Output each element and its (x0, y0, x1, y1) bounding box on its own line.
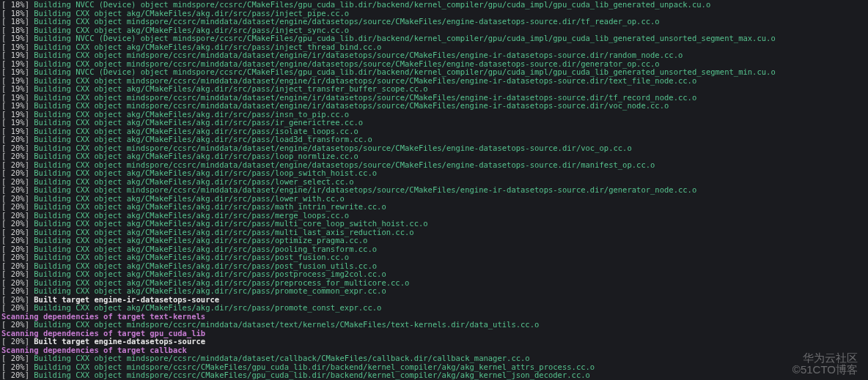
pct-value: 20% (11, 185, 25, 194)
build-text: Building CXX object akg/CMakeFiles/akg.d… (34, 278, 409, 287)
pct-value: 18% (11, 9, 25, 18)
pct-bracket-close: ] (25, 51, 34, 59)
pct-bracket-close: ] (25, 202, 34, 211)
pct-value: 20% (11, 362, 25, 371)
pct-bracket-close: ] (25, 9, 34, 18)
pct-bracket: [ (1, 118, 11, 127)
pct-bracket: [ (1, 303, 11, 312)
scan-text: Scanning dependencies of target text-ker… (1, 312, 205, 321)
pct-value: 20% (11, 303, 25, 312)
build-text: Building CXX object akg/CMakeFiles/akg.d… (34, 9, 349, 18)
pct-bracket-close: ] (25, 286, 34, 295)
pct-bracket-close: ] (25, 295, 34, 304)
pct-bracket-close: ] (25, 303, 34, 312)
build-text: Building CXX object akg/CMakeFiles/akg.d… (34, 236, 367, 245)
pct-bracket-close: ] (25, 168, 34, 177)
pct-bracket: [ (1, 59, 11, 68)
pct-value: 20% (11, 144, 25, 152)
pct-bracket-close: ] (25, 93, 34, 102)
pct-value: 18% (11, 26, 25, 34)
pct-bracket-close: ] (25, 253, 34, 261)
build-text: Building CXX object akg/CMakeFiles/akg.d… (34, 26, 349, 34)
pct-value: 20% (11, 177, 25, 186)
build-text: Building CXX object akg/CMakeFiles/akg.d… (34, 194, 345, 203)
build-text: Building CXX object akg/CMakeFiles/akg.d… (34, 84, 427, 93)
build-text: Building CXX object mindspore/ccsrc/mind… (34, 51, 683, 59)
pct-value: 20% (11, 337, 25, 346)
build-text: Building CXX object akg/CMakeFiles/akg.d… (34, 135, 372, 144)
pct-value: 19% (11, 59, 25, 68)
built-target-text: Built target engine-datasetops-source (34, 337, 205, 346)
pct-bracket-close: ] (25, 177, 34, 186)
pct-bracket: [ (1, 370, 11, 379)
pct-bracket: [ (1, 152, 11, 160)
pct-value: 19% (11, 67, 25, 76)
pct-value: 20% (11, 236, 25, 245)
pct-bracket-close: ] (25, 354, 34, 362)
build-text: Building CXX object mindspore/ccsrc/mind… (34, 320, 539, 329)
pct-value: 19% (11, 34, 25, 42)
pct-value: 20% (11, 269, 25, 278)
pct-bracket-close: ] (25, 185, 34, 194)
build-text: Building CXX object mindspore/ccsrc/mind… (34, 160, 655, 169)
pct-value: 19% (11, 51, 25, 59)
build-text: Building CXX object akg/CMakeFiles/akg.d… (34, 118, 363, 127)
pct-value: 19% (11, 101, 25, 110)
pct-bracket-close: ] (25, 362, 34, 371)
build-text: Building NVCC (Device) object mindspore/… (34, 0, 710, 9)
pct-value: 19% (11, 118, 25, 127)
built-target-text: Built target engine-ir-datasetops-source (34, 295, 219, 304)
pct-bracket: [ (1, 17, 11, 26)
pct-bracket-close: ] (25, 0, 34, 9)
pct-value: 19% (11, 76, 25, 85)
build-text: Building CXX object akg/CMakeFiles/akg.d… (34, 202, 386, 211)
build-text: Building CXX object akg/CMakeFiles/akg.d… (34, 261, 377, 270)
pct-bracket: [ (1, 236, 11, 245)
pct-value: 19% (11, 42, 25, 51)
build-text: Building CXX object akg/CMakeFiles/akg.d… (34, 168, 377, 177)
build-text: Building CXX object akg/CMakeFiles/akg.d… (34, 152, 358, 160)
pct-value: 20% (11, 168, 25, 177)
build-text: Building CXX object akg/CMakeFiles/akg.d… (34, 177, 353, 186)
pct-bracket: [ (1, 211, 11, 220)
pct-bracket: [ (1, 362, 11, 371)
pct-value: 20% (11, 370, 25, 379)
build-text: Building CXX object mindspore/ccsrc/mind… (34, 93, 696, 102)
build-text: Building NVCC (Device) object mindspore/… (34, 67, 775, 76)
pct-bracket: [ (1, 194, 11, 203)
pct-value: 19% (11, 84, 25, 93)
pct-bracket-close: ] (25, 42, 34, 51)
pct-bracket-close: ] (25, 152, 34, 160)
pct-bracket: [ (1, 185, 11, 194)
pct-bracket: [ (1, 320, 11, 329)
pct-bracket: [ (1, 34, 11, 42)
pct-bracket: [ (1, 261, 11, 270)
pct-bracket: [ (1, 160, 11, 169)
pct-bracket: [ (1, 144, 11, 152)
build-text: Building CXX object mindspore/ccsrc/mind… (34, 17, 659, 26)
pct-bracket: [ (1, 84, 11, 93)
pct-bracket: [ (1, 76, 11, 85)
pct-bracket: [ (1, 278, 11, 287)
pct-value: 20% (11, 152, 25, 160)
pct-bracket: [ (1, 101, 11, 110)
build-text: Building CXX object akg/CMakeFiles/akg.d… (34, 127, 358, 135)
pct-bracket-close: ] (25, 228, 34, 236)
pct-value: 20% (11, 320, 25, 329)
build-text: Building CXX object mindspore/ccsrc/mind… (34, 59, 659, 68)
pct-value: 20% (11, 261, 25, 270)
pct-value: 18% (11, 0, 25, 9)
pct-bracket-close: ] (25, 59, 34, 68)
build-text: Building CXX object mindspore/ccsrc/mind… (34, 185, 696, 194)
pct-bracket: [ (1, 93, 11, 102)
pct-bracket: [ (1, 228, 11, 236)
build-text: Building CXX object mindspore/ccsrc/mind… (34, 101, 669, 110)
pct-bracket-close: ] (25, 110, 34, 119)
pct-value: 20% (11, 253, 25, 261)
pct-value: 20% (11, 135, 25, 144)
pct-value: 20% (11, 245, 25, 253)
pct-bracket: [ (1, 354, 11, 362)
pct-bracket: [ (1, 177, 11, 186)
pct-bracket-close: ] (25, 269, 34, 278)
pct-bracket-close: ] (25, 236, 34, 245)
